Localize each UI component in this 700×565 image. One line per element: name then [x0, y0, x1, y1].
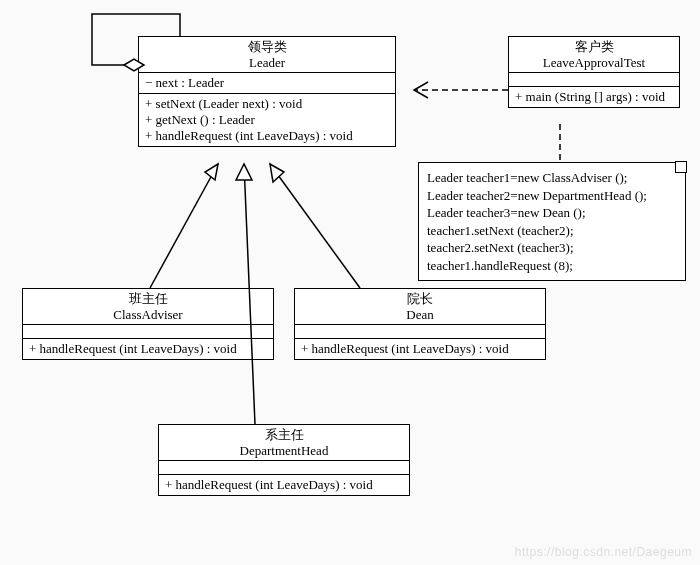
class-title: 班主任 ClassAdviser	[23, 289, 273, 325]
class-title-en: Dean	[301, 307, 539, 323]
class-attrs	[159, 461, 409, 475]
note: Leader teacher1=new ClassAdviser (); Lea…	[418, 162, 686, 281]
note-line: teacher1.setNext (teacher2);	[427, 222, 677, 240]
class-title-cn: 系主任	[165, 427, 403, 443]
op: + setNext (Leader next) : void	[145, 96, 389, 112]
class-ops: + main (String [] args) : void	[509, 87, 679, 107]
class-dean: 院长 Dean + handleRequest (int LeaveDays) …	[294, 288, 546, 360]
watermark: https://blog.csdn.net/Daegeum	[515, 545, 692, 559]
class-title-en: ClassAdviser	[29, 307, 267, 323]
class-attrs: − next : Leader	[139, 73, 395, 94]
class-title-cn: 班主任	[29, 291, 267, 307]
class-title-en: Leader	[145, 55, 389, 71]
class-title: 领导类 Leader	[139, 37, 395, 73]
class-title-cn: 领导类	[145, 39, 389, 55]
edge-gen-arrowhead-icon	[236, 164, 252, 180]
op: + handleRequest (int LeaveDays) : void	[165, 477, 403, 493]
class-title-en: DepartmentHead	[165, 443, 403, 459]
note-line: teacher1.handleRequest (8);	[427, 257, 677, 275]
class-attrs	[23, 325, 273, 339]
class-title-cn: 客户类	[515, 39, 673, 55]
class-departmenthead: 系主任 DepartmentHead + handleRequest (int …	[158, 424, 410, 496]
class-title: 客户类 LeaveApprovalTest	[509, 37, 679, 73]
op: + getNext () : Leader	[145, 112, 389, 128]
class-ops: + handleRequest (int LeaveDays) : void	[159, 475, 409, 495]
class-classadviser: 班主任 ClassAdviser + handleRequest (int Le…	[22, 288, 274, 360]
class-title-en: LeaveApprovalTest	[515, 55, 673, 71]
note-line: Leader teacher3=new Dean ();	[427, 204, 677, 222]
class-ops: + handleRequest (int LeaveDays) : void	[23, 339, 273, 359]
class-attrs	[509, 73, 679, 87]
class-attrs	[295, 325, 545, 339]
note-fold-icon	[675, 161, 687, 173]
op: + handleRequest (int LeaveDays) : void	[29, 341, 267, 357]
class-title-cn: 院长	[301, 291, 539, 307]
attr: − next : Leader	[145, 75, 389, 91]
class-ops: + setNext (Leader next) : void + getNext…	[139, 94, 395, 146]
note-line: Leader teacher1=new ClassAdviser ();	[427, 169, 677, 187]
edge-open-arrowhead-icon	[414, 82, 428, 98]
class-title: 系主任 DepartmentHead	[159, 425, 409, 461]
class-client: 客户类 LeaveApprovalTest + main (String [] …	[508, 36, 680, 108]
note-line: Leader teacher2=new DepartmentHead ();	[427, 187, 677, 205]
class-ops: + handleRequest (int LeaveDays) : void	[295, 339, 545, 359]
op: + main (String [] args) : void	[515, 89, 673, 105]
edge-dean-to-leader	[270, 164, 360, 288]
op: + handleRequest (int LeaveDays) : void	[301, 341, 539, 357]
edge-classadviser-to-leader	[150, 164, 218, 288]
class-leader: 领导类 Leader − next : Leader + setNext (Le…	[138, 36, 396, 147]
edge-gen-arrowhead-icon	[205, 164, 218, 180]
note-line: teacher2.setNext (teacher3);	[427, 239, 677, 257]
op: + handleRequest (int LeaveDays) : void	[145, 128, 389, 144]
edge-gen-arrowhead-icon	[270, 164, 284, 182]
class-title: 院长 Dean	[295, 289, 545, 325]
